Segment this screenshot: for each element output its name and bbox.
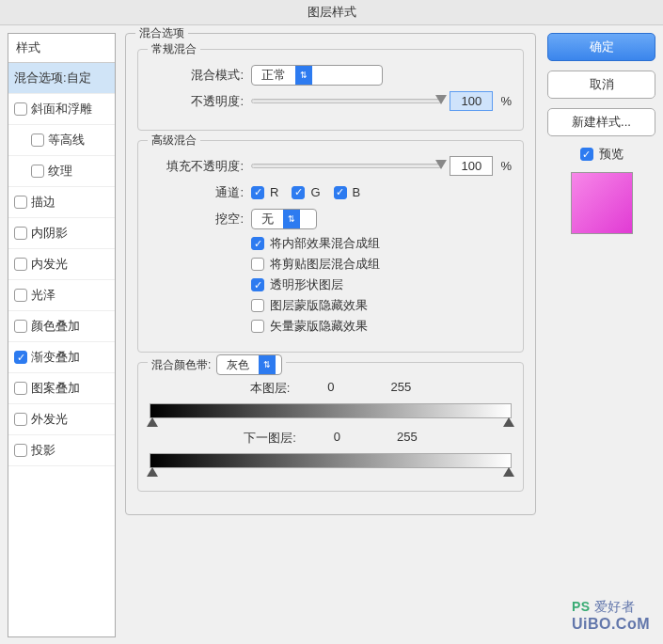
opacity-label: 不透明度:: [150, 93, 244, 110]
blend-mode-label: 混合模式:: [150, 67, 244, 84]
this-layer-gradient[interactable]: [150, 403, 512, 418]
style-checkbox[interactable]: [14, 227, 27, 240]
fill-opacity-slider[interactable]: [251, 164, 442, 168]
blend-if-channel-select[interactable]: 灰色 ⇅: [216, 354, 282, 375]
blend-if-group: 混合颜色带: 灰色 ⇅ 本图层: 0 255: [137, 362, 524, 492]
opacity-input[interactable]: 100: [450, 91, 493, 111]
style-item-8[interactable]: 颜色叠加: [8, 311, 115, 342]
style-checkbox[interactable]: [14, 196, 27, 209]
style-checkbox[interactable]: [14, 102, 27, 116]
style-item-3[interactable]: 纹理: [8, 156, 115, 187]
blending-options-group: 混合选项 常规混合 混合模式: 正常 ⇅ 不透明度:: [125, 33, 536, 515]
adv-opt-3-checkbox[interactable]: [251, 299, 264, 312]
preview-checkbox[interactable]: [580, 148, 593, 161]
chevron-updown-icon: ⇅: [295, 66, 312, 85]
knockout-label: 挖空:: [150, 211, 244, 228]
preview-label: 预览: [599, 146, 624, 163]
preview-swatch: [571, 172, 633, 234]
blend-mode-select[interactable]: 正常 ⇅: [251, 65, 383, 86]
style-item-4[interactable]: 描边: [8, 187, 115, 218]
style-checkbox[interactable]: [14, 320, 27, 333]
fill-opacity-label: 填充不透明度:: [150, 158, 244, 175]
adv-opt-4-checkbox[interactable]: [251, 320, 264, 333]
channel-R-checkbox[interactable]: [251, 186, 264, 199]
advanced-blend-group: 高级混合 填充不透明度: 100 % 通道: RGB: [137, 140, 524, 353]
under-layer-gradient[interactable]: [150, 453, 512, 468]
fill-opacity-input[interactable]: 100: [450, 156, 493, 176]
channel-G-checkbox[interactable]: [292, 186, 305, 199]
style-checkbox[interactable]: [14, 413, 27, 426]
style-checkbox[interactable]: [14, 289, 27, 302]
channel-B-checkbox[interactable]: [334, 186, 347, 199]
styles-sidebar: 样式 混合选项:自定斜面和浮雕等高线纹理描边内阴影内发光光泽颜色叠加渐变叠加图案…: [8, 33, 116, 637]
style-item-5[interactable]: 内阴影: [8, 218, 115, 249]
style-checkbox[interactable]: [14, 444, 27, 457]
adv-opt-0-checkbox[interactable]: [251, 237, 264, 250]
style-item-10[interactable]: 图案叠加: [8, 373, 115, 404]
style-checkbox[interactable]: [14, 258, 27, 271]
window-title: 图层样式: [0, 0, 663, 25]
channels-label: 通道:: [150, 184, 244, 201]
style-item-7[interactable]: 光泽: [8, 280, 115, 311]
knockout-select[interactable]: 无 ⇅: [251, 209, 317, 229]
style-checkbox[interactable]: [31, 134, 44, 147]
style-checkbox[interactable]: [14, 382, 27, 395]
style-item-2[interactable]: 等高线: [8, 125, 115, 156]
style-item-6[interactable]: 内发光: [8, 249, 115, 280]
adv-opt-1-checkbox[interactable]: [251, 258, 264, 271]
under-layer-label: 下一图层:: [244, 430, 296, 447]
chevron-updown-icon: ⇅: [259, 355, 276, 374]
style-checkbox[interactable]: [14, 351, 27, 364]
adv-opt-2-checkbox[interactable]: [251, 278, 264, 291]
cancel-button[interactable]: 取消: [547, 71, 655, 99]
blending-legend: 混合选项: [135, 25, 188, 41]
style-item-12[interactable]: 投影: [8, 435, 115, 466]
general-blend-group: 常规混合 混合模式: 正常 ⇅ 不透明度:: [137, 49, 524, 131]
chevron-updown-icon: ⇅: [283, 210, 300, 228]
style-item-1[interactable]: 斜面和浮雕: [8, 94, 115, 125]
new-style-button[interactable]: 新建样式...: [547, 108, 655, 136]
style-item-11[interactable]: 外发光: [8, 404, 115, 435]
watermark: PS 爱好者 UiBO.CoM: [572, 599, 650, 633]
style-item-0[interactable]: 混合选项:自定: [8, 63, 115, 94]
style-checkbox[interactable]: [31, 165, 44, 178]
ok-button[interactable]: 确定: [547, 33, 655, 61]
opacity-slider[interactable]: [251, 99, 442, 103]
style-item-9[interactable]: 渐变叠加: [8, 342, 115, 373]
this-layer-label: 本图层:: [250, 380, 291, 397]
sidebar-header: 样式: [8, 34, 115, 63]
